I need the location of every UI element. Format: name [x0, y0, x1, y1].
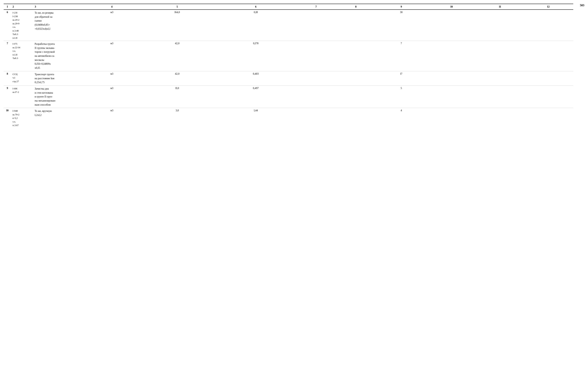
cell-row3-col2: ССЦ ч.I стр.27 — [11, 71, 33, 85]
cell-row5-col12 — [524, 108, 573, 128]
cell-row5-col3: То же, вручную I,2хI,2 — [33, 108, 85, 128]
cell-row5-col4: м3 — [85, 108, 139, 128]
cell-row5-col5: 3,0 — [139, 108, 216, 128]
cell-row2-col9: 7 — [376, 41, 427, 71]
table-row: 6I-23I I-238 ш.29-2 ш.29-9 т.ч. п.3.48 Т… — [4, 10, 573, 41]
col-header-3: 3 — [33, 4, 85, 10]
cell-row2-col5: 42,0 — [139, 41, 216, 71]
cell-row3-col3: Транспорт грунта на расстояние Iкм 0,23х… — [33, 71, 85, 85]
cell-row1-col10 — [427, 10, 476, 41]
cell-row4-col8 — [336, 85, 376, 108]
cell-row3-col1: 8 — [4, 71, 11, 85]
cell-row1-col12 — [524, 10, 573, 41]
cell-row2-col6: 0,I78 — [216, 41, 296, 71]
col-header-1: I — [4, 4, 11, 10]
cell-row1-col3: То же, из резерва для обратной за- сыпки… — [33, 10, 85, 41]
cell-row1-col7 — [296, 10, 336, 41]
table-row: I0I-948 ш.79-2 к=I,2 т.ч. п.3.67То же, в… — [4, 108, 573, 128]
cell-row2-col7 — [296, 41, 336, 71]
cell-row2-col2: I-I75 ш.22-I4 т.ч. п.I.II Таб.3 — [11, 41, 33, 71]
page-number: 503 — [580, 4, 584, 7]
page-wrapper: 503 4-33.85 УЛП(1) - 149 - I 2 3 4 5 6 7… — [4, 4, 584, 128]
cell-row4-col7 — [296, 85, 336, 108]
cell-row1-col11 — [476, 10, 524, 41]
cell-row5-col6: I,44 — [216, 108, 296, 128]
cell-row1-col2: I-23I I-238 ш.29-2 ш.29-9 т.ч. п.3.48 Та… — [11, 10, 33, 41]
cell-row1-col9: 30 — [376, 10, 427, 41]
main-table: I 2 3 4 5 6 7 8 9 I0 II I2 6I-23I I-238 … — [4, 4, 573, 128]
cell-row2-col10 — [427, 41, 476, 71]
cell-row2-col11 — [476, 41, 524, 71]
cell-row2-col4: м3 — [85, 41, 139, 71]
cell-row5-col11 — [476, 108, 524, 128]
table-header-row: I 2 3 4 5 6 7 8 9 I0 II I2 — [4, 4, 573, 10]
table-row: 9I-I06 ш.I7-2Зачистка дна и стен котлова… — [4, 85, 573, 108]
cell-row1-col8 — [336, 10, 376, 41]
cell-row5-col7 — [296, 108, 336, 128]
cell-row1-col6: 0,I8 — [216, 10, 296, 41]
cell-row2-col8 — [336, 41, 376, 71]
cell-row4-col3: Зачистка дна и стен котлована в грунте I… — [33, 85, 85, 108]
col-header-9: 9 — [376, 4, 427, 10]
col-header-2: 2 — [11, 4, 33, 10]
table-row: 8ССЦ ч.I стр.27Транспорт грунта на расст… — [4, 71, 573, 85]
col-header-7: 7 — [296, 4, 336, 10]
col-header-5: 5 — [139, 4, 216, 10]
cell-row3-col7 — [296, 71, 336, 85]
cell-row3-col12 — [524, 71, 573, 85]
cell-row4-col12 — [524, 85, 573, 108]
cell-row3-col10 — [427, 71, 476, 85]
cell-row2-col12 — [524, 41, 573, 71]
cell-row4-col6: 0,497 — [216, 85, 296, 108]
col-header-8: 8 — [336, 4, 376, 10]
cell-row1-col1: 6 — [4, 10, 11, 41]
cell-row5-col10 — [427, 108, 476, 128]
cell-row4-col2: I-I06 ш.I7-2 — [11, 85, 33, 108]
cell-row3-col11 — [476, 71, 524, 85]
cell-row5-col9: 4 — [376, 108, 427, 128]
table-row: 7I-I75 ш.22-I4 т.ч. п.I.II Таб.3Разработ… — [4, 41, 573, 71]
col-header-6: 6 — [216, 4, 296, 10]
col-header-4: 4 — [85, 4, 139, 10]
cell-row1-col5: I64,0 — [139, 10, 216, 41]
cell-row4-col9: 5 — [376, 85, 427, 108]
cell-row5-col1: I0 — [4, 108, 11, 128]
col-header-11: II — [476, 4, 524, 10]
cell-row5-col2: I-948 ш.79-2 к=I,2 т.ч. п.3.67 — [11, 108, 33, 128]
cell-row3-col6: 0,403 — [216, 71, 296, 85]
col-header-12: I2 — [524, 4, 573, 10]
cell-row3-col5: 42,0 — [139, 71, 216, 85]
cell-row2-col3: Разработка грунта II группы экскава- тор… — [33, 41, 85, 71]
cell-row5-col8 — [336, 108, 376, 128]
cell-row3-col8 — [336, 71, 376, 85]
cell-row4-col5: II,0 — [139, 85, 216, 108]
col-header-10: I0 — [427, 4, 476, 10]
cell-row4-col10 — [427, 85, 476, 108]
cell-row4-col4: м3 — [85, 85, 139, 108]
cell-row1-col4: м3 — [85, 10, 139, 41]
cell-row4-col1: 9 — [4, 85, 11, 108]
cell-row3-col9: I7 — [376, 71, 427, 85]
cell-row2-col1: 7 — [4, 41, 11, 71]
cell-row3-col4: м3 — [85, 71, 139, 85]
cell-row4-col11 — [476, 85, 524, 108]
